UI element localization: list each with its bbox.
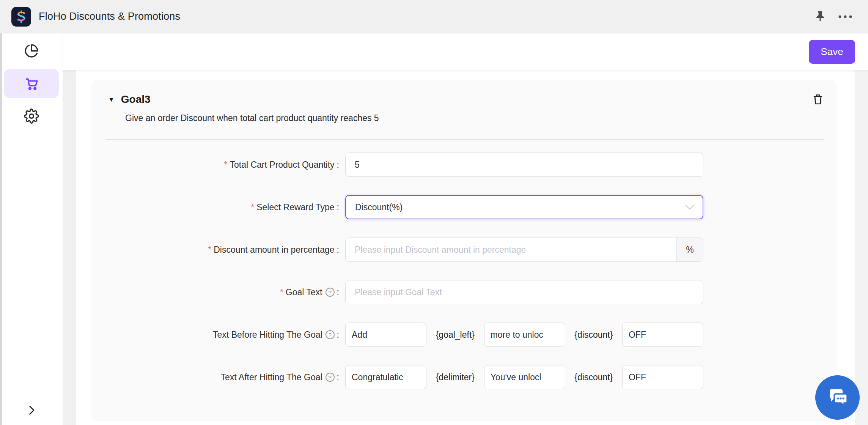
goal-description: Give an order Discount when total cart p… — [125, 113, 824, 123]
sidebar-item-cart-goals[interactable] — [4, 69, 59, 98]
dollar-swap-icon — [15, 10, 28, 23]
vertical-scrollbar[interactable] — [855, 70, 868, 425]
help-icon[interactable]: ? — [326, 373, 335, 382]
field-label: Text After Hitting The Goal ? : — [106, 372, 339, 382]
form-row-text-after-goal: Text After Hitting The Goal ? : {delimit… — [106, 365, 824, 389]
required-mark: * — [224, 160, 228, 170]
chat-bubbles-icon — [826, 387, 849, 408]
chat-support-button[interactable] — [815, 375, 860, 420]
field-label: * Goal Text ? : — [106, 287, 339, 298]
after-goal-middle-input[interactable] — [484, 365, 565, 389]
discount-token: {discount} — [574, 330, 613, 340]
chevron-down-icon — [685, 205, 694, 210]
discount-token: {discount} — [574, 372, 613, 382]
help-icon[interactable]: ? — [326, 288, 335, 297]
collapse-caret-icon[interactable]: ▼ — [108, 96, 115, 103]
sidebar — [0, 33, 63, 425]
reward-type-select[interactable]: Discount(%) — [345, 195, 703, 219]
sidebar-item-settings[interactable] — [4, 101, 59, 131]
before-goal-suffix-input[interactable] — [622, 323, 703, 347]
app-logo-icon — [11, 7, 31, 27]
percent-addon: % — [676, 238, 703, 261]
toolbar: Save — [63, 33, 868, 70]
sidebar-expand-button[interactable] — [0, 405, 63, 416]
form-row-total-cart-quantity: * Total Cart Product Quantity : — [106, 153, 824, 177]
pin-icon[interactable] — [814, 10, 826, 23]
divider — [106, 139, 824, 140]
trash-icon — [811, 93, 824, 106]
form-row-discount-amount: * Discount amount in percentage : % — [106, 238, 824, 262]
chevron-right-icon — [27, 405, 36, 416]
field-label: * Select Reward Type : — [106, 202, 339, 212]
reward-type-selected-value: Discount(%) — [355, 202, 403, 212]
goal-text-input[interactable] — [345, 280, 703, 304]
after-goal-suffix-input[interactable] — [622, 365, 703, 389]
required-mark: * — [208, 245, 211, 255]
save-button[interactable]: Save — [809, 40, 855, 64]
help-icon[interactable]: ? — [326, 330, 335, 339]
total-cart-quantity-input[interactable] — [345, 153, 703, 177]
app-title: FloHo Discounts & Promotions — [39, 11, 180, 22]
goal-title: Goal3 — [121, 93, 151, 105]
before-goal-prefix-input[interactable] — [345, 323, 426, 347]
field-label: * Total Cart Product Quantity : — [106, 160, 339, 170]
field-label: Text Before Hitting The Goal ? : — [106, 330, 339, 340]
delimiter-token: {delimiter} — [436, 372, 475, 382]
pie-chart-icon — [24, 44, 39, 58]
before-goal-middle-input[interactable] — [484, 323, 565, 347]
content-panel: ▼ Goal3 Give an order Discount when tota… — [76, 70, 855, 425]
after-goal-prefix-input[interactable] — [345, 365, 426, 389]
goal-card: ▼ Goal3 Give an order Discount when tota… — [91, 80, 837, 421]
required-mark: * — [280, 287, 283, 298]
form-row-reward-type: * Select Reward Type : Discount(%) — [106, 195, 824, 219]
field-label: * Discount amount in percentage : — [106, 245, 339, 255]
required-mark: * — [251, 202, 254, 212]
form-row-goal-text: * Goal Text ? : — [106, 280, 824, 304]
sidebar-item-analytics[interactable] — [4, 36, 59, 66]
goal-left-token: {goal_left} — [436, 330, 475, 340]
delete-goal-button[interactable] — [811, 93, 824, 106]
shopping-cart-icon — [24, 76, 39, 91]
more-menu-icon[interactable] — [838, 14, 853, 19]
topbar: FloHo Discounts & Promotions — [0, 0, 868, 33]
form-row-text-before-goal: Text Before Hitting The Goal ? : {goal_l… — [106, 323, 824, 347]
discount-amount-input[interactable] — [346, 238, 676, 261]
gear-icon — [24, 109, 39, 124]
